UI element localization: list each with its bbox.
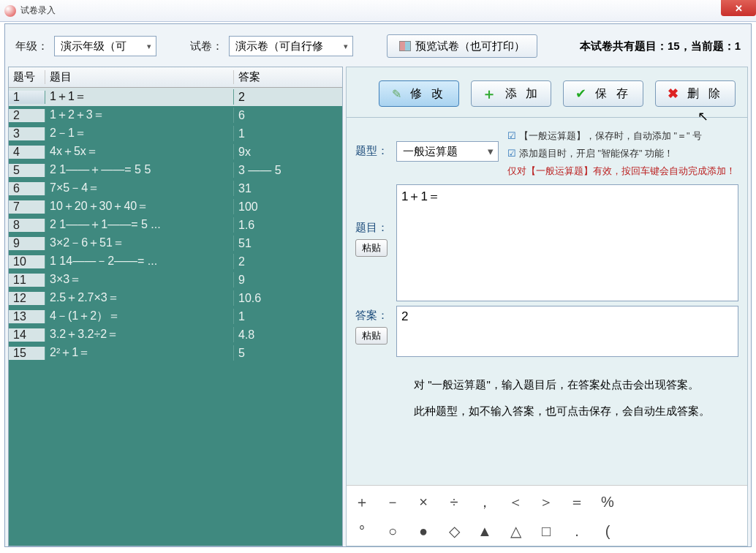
symbol-button[interactable]: ＝ [562, 487, 592, 516]
table-row[interactable]: 8 2 1——＋1——= 5 ...1.6 [9, 216, 342, 234]
save-button[interactable]: ✔保 存 [563, 80, 643, 107]
cell-num: 10 [9, 255, 45, 268]
cell-answer: 9 [234, 274, 342, 287]
cell-num: 2 [9, 109, 45, 122]
delete-button[interactable]: ✖删 除 [655, 80, 736, 107]
cell-answer: 1 [234, 310, 342, 323]
cell-question: 2²＋1＝ [45, 345, 234, 361]
cell-answer: 2 [234, 91, 342, 104]
checkbox-icon[interactable]: ☑ [507, 148, 516, 159]
type-select[interactable]: 一般运算题 [396, 141, 499, 162]
tips-text: 对 "一般运算题"，输入题目后，在答案处点击会出现答案。 此种题型，如不输入答案… [355, 361, 738, 427]
checkbox-icon[interactable]: ☑ [507, 131, 516, 141]
cell-num: 8 [9, 219, 45, 232]
symbol-button[interactable]: ， [469, 487, 500, 516]
symbol-button[interactable]: △ [500, 516, 531, 546]
cell-answer: 2 [234, 255, 342, 268]
cell-question: 3.2＋3.2÷2＝ [45, 327, 234, 342]
cell-question: 4x＋5x＝ [45, 144, 234, 159]
table-row[interactable]: 143.2＋3.2÷2＝4.8 [9, 326, 342, 344]
symbol-button[interactable]: ● [408, 516, 439, 546]
cell-answer: 100 [234, 200, 342, 214]
cell-num: 3 [9, 127, 45, 140]
table-row[interactable]: 10 1 14——－2——= ...2 [9, 252, 342, 271]
table-row[interactable]: 113×3＝9 [9, 271, 342, 289]
symbol-button[interactable]: □ [531, 516, 562, 546]
symbol-button[interactable]: . [562, 516, 592, 546]
table-row[interactable]: 122.5＋2.7×3＝10.6 [9, 289, 342, 307]
cell-num: 1 [9, 91, 45, 104]
cell-question: 2.5＋2.7×3＝ [45, 290, 234, 306]
cell-answer: 10.6 [234, 292, 342, 305]
table-row[interactable]: 5 2 1——＋——= 5 5 3 —— 5 [9, 161, 342, 179]
table-row[interactable]: 32－1＝1 [9, 124, 342, 143]
table-row[interactable]: 134－(1＋2）＝1 [9, 307, 342, 326]
cell-question: 2－1＝ [45, 126, 234, 141]
cell-question: 2 1——＋1——= 5 ... [45, 217, 234, 233]
table-row[interactable]: 152²＋1＝5 [9, 344, 342, 362]
table-row[interactable]: 93×2－6＋51＝51 [9, 234, 342, 252]
grade-select[interactable]: 演示年级（可 [54, 36, 156, 56]
cell-question: 7×5－4＝ [45, 181, 234, 196]
cell-question: 3×2－6＋51＝ [45, 236, 234, 251]
cell-question: 4－(1＋2）＝ [45, 309, 234, 324]
col-header-answer: 答案 [234, 70, 342, 84]
book-icon [399, 41, 411, 51]
question-table: 题号 题目 答案 11＋1＝221＋2＋3＝632－1＝144x＋5x＝9x5 … [8, 67, 343, 546]
cell-num: 5 [9, 164, 45, 177]
plus-icon: ＋ [482, 84, 499, 104]
table-row[interactable]: 21＋2＋3＝6 [9, 106, 342, 124]
symbol-button[interactable]: ＞ [531, 487, 562, 516]
cell-answer: 9x [234, 146, 342, 159]
symbol-button[interactable]: % [592, 487, 623, 516]
cell-question: 2 1——＋——= 5 5 [45, 162, 234, 178]
cell-answer: 6 [234, 109, 342, 122]
table-row[interactable]: 67×5－4＝31 [9, 179, 342, 198]
modify-button[interactable]: ✎修 改 [379, 80, 459, 107]
cell-num: 9 [9, 237, 45, 250]
table-row[interactable]: 710＋20＋30＋40＝100 [9, 198, 342, 216]
cell-question: 1＋2＋3＝ [45, 108, 234, 123]
col-header-num: 题号 [9, 70, 45, 84]
answer-label: 答案： [355, 306, 390, 323]
cell-answer: 51 [234, 237, 342, 250]
cell-num: 6 [9, 182, 45, 195]
symbol-button[interactable]: ○ [377, 516, 408, 546]
cell-num: 15 [9, 347, 45, 360]
cell-answer: 4.8 [234, 328, 342, 342]
app-icon [4, 5, 16, 17]
symbol-toolbar: ＋－×÷，＜＞＝% °○●◇▲△□.( [347, 485, 747, 546]
symbol-button[interactable]: ◇ [439, 516, 469, 546]
question-input[interactable]: 1＋1＝ [396, 184, 738, 301]
cell-answer: 1 [234, 127, 342, 140]
symbol-button[interactable]: ＋ [347, 487, 377, 516]
symbol-button[interactable]: ° [347, 516, 377, 546]
exam-label: 试卷： [190, 40, 223, 53]
symbol-button[interactable]: ÷ [439, 487, 469, 516]
cell-answer: 1.6 [234, 219, 342, 232]
window-title: 试卷录入 [20, 4, 56, 17]
cell-num: 12 [9, 292, 45, 305]
grade-label: 年级： [15, 40, 48, 53]
cell-num: 13 [9, 310, 45, 323]
paste-question-button[interactable]: 粘贴 [355, 239, 388, 257]
table-row[interactable]: 44x＋5x＝9x [9, 143, 342, 161]
cell-question: 1＋1＝ [45, 89, 234, 105]
cell-answer: 5 [234, 347, 342, 360]
paste-answer-button[interactable]: 粘贴 [355, 327, 388, 345]
symbol-button[interactable]: ＜ [500, 487, 531, 516]
symbol-button[interactable]: － [377, 487, 408, 516]
close-button[interactable]: ✕ [721, 0, 756, 16]
cell-answer: 31 [234, 182, 342, 195]
exam-select[interactable]: 演示卷（可自行修 [229, 36, 353, 56]
symbol-button[interactable]: ▲ [469, 516, 500, 546]
symbol-button[interactable]: × [408, 487, 439, 516]
edit-icon: ✎ [392, 87, 404, 101]
answer-input[interactable]: 2 [396, 306, 738, 357]
cell-num: 11 [9, 274, 45, 287]
preview-button[interactable]: 预览试卷（也可打印） [387, 34, 537, 58]
symbol-button[interactable]: ( [592, 516, 623, 546]
add-button[interactable]: ＋添 加 [471, 80, 551, 107]
col-header-question: 题目 [45, 70, 234, 84]
table-row[interactable]: 11＋1＝2 [9, 88, 342, 106]
